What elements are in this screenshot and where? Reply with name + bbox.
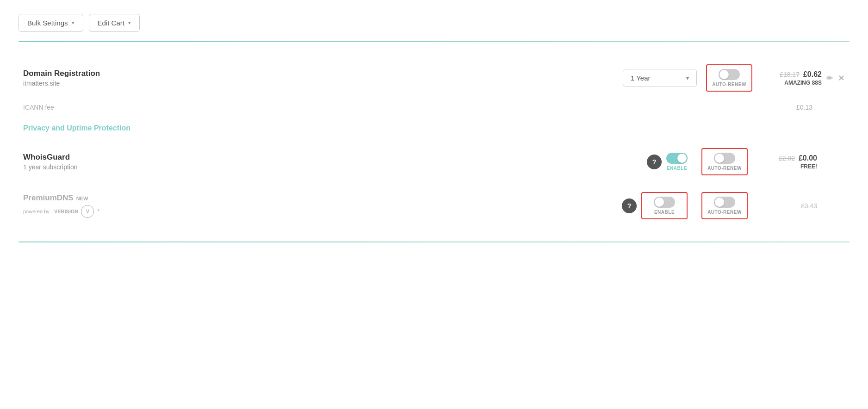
verisign-logo-icon: V xyxy=(81,205,94,218)
premiumdns-auto-renew-toggle[interactable]: AUTO-RENEW xyxy=(701,192,748,219)
premiumdns-auto-renew-switch[interactable] xyxy=(714,197,735,208)
year-select-value: 1 Year xyxy=(631,74,651,82)
whoisguard-enable-label: ENABLE xyxy=(667,166,687,171)
edit-icon[interactable]: ✏ xyxy=(826,73,833,83)
domain-auto-renew-switch[interactable] xyxy=(719,69,740,80)
whoisguard-help-icon[interactable]: ? xyxy=(647,155,662,169)
main-content: Domain Registration itmatters.site 1 Yea… xyxy=(19,56,849,228)
verisign-name: VERISIGN xyxy=(54,209,79,214)
premiumdns-auto-renew-label: AUTO-RENEW xyxy=(707,210,742,215)
premiumdns-price-area: £3.43 xyxy=(757,202,817,210)
whoisguard-row: WhoisGuard 1 year subscription ? ENABLE … xyxy=(23,140,845,184)
premiumdns-row: PremiumDNS NEW powered by VERISIGN V * ? xyxy=(23,184,845,228)
premiumdns-price-struck: £3.43 xyxy=(801,202,817,210)
domain-registration-subtitle: itmatters.site xyxy=(23,80,208,87)
premiumdns-info: PremiumDNS NEW powered by VERISIGN V * xyxy=(23,193,208,218)
premiumdns-enable-switch[interactable] xyxy=(654,197,675,208)
whoisguard-enable-toggle-group: ENABLE xyxy=(666,153,688,171)
premiumdns-enable-area: ? ENABLE xyxy=(622,192,688,219)
domain-price-badge: AMAZING 88S xyxy=(784,80,822,86)
premiumdns-title-row: PremiumDNS NEW xyxy=(23,193,208,203)
whoisguard-auto-renew-switch[interactable] xyxy=(714,153,735,164)
year-select-chevron-icon: ▾ xyxy=(686,75,689,81)
verisign-asterisk: * xyxy=(97,208,99,215)
whoisguard-auto-renew-label: AUTO-RENEW xyxy=(707,166,742,171)
edit-cart-button[interactable]: Edit Cart ▾ xyxy=(89,14,140,32)
domain-price-row: £18.17 £0.62 xyxy=(780,70,822,79)
domain-auto-renew-label: AUTO-RENEW xyxy=(712,82,746,87)
whoisguard-auto-renew-toggle[interactable]: AUTO-RENEW xyxy=(701,148,748,175)
edit-cart-chevron-icon: ▾ xyxy=(128,20,131,26)
bottom-divider xyxy=(19,242,849,242)
whoisguard-price-new: £0.00 xyxy=(799,154,817,162)
domain-registration-row: Domain Registration itmatters.site 1 Yea… xyxy=(23,56,845,100)
edit-cart-label: Edit Cart xyxy=(98,19,124,27)
premiumdns-enable-label: ENABLE xyxy=(654,210,675,215)
close-icon[interactable]: ✕ xyxy=(838,73,845,83)
premiumdns-help-icon[interactable]: ? xyxy=(622,198,637,213)
icann-label: ICANN fee xyxy=(23,104,208,111)
premiumdns-enable-toggle-group[interactable]: ENABLE xyxy=(641,192,688,219)
whoisguard-price-area: £2.02 £0.00 FREE! xyxy=(757,154,817,170)
bulk-settings-label: Bulk Settings xyxy=(27,19,68,27)
domain-auto-renew-toggle[interactable]: AUTO-RENEW xyxy=(706,64,752,92)
domain-price-new: £0.62 xyxy=(803,70,822,79)
premiumdns-new-badge: NEW xyxy=(76,196,88,201)
bulk-settings-chevron-icon: ▾ xyxy=(72,20,74,26)
whoisguard-price-row: £2.02 £0.00 xyxy=(779,154,817,162)
domain-registration-info: Domain Registration itmatters.site xyxy=(23,69,208,87)
privacy-section-heading: Privacy and Uptime Protection xyxy=(23,119,845,140)
whoisguard-enable-area: ? ENABLE xyxy=(647,153,688,171)
domain-registration-title: Domain Registration xyxy=(23,69,208,78)
verisign-row: powered by VERISIGN V * xyxy=(23,205,208,218)
icann-row: ICANN fee £0.13 xyxy=(23,100,845,119)
whoisguard-subtitle: 1 year subscription xyxy=(23,163,208,171)
whoisguard-price-badge: FREE! xyxy=(800,163,817,170)
year-select-dropdown[interactable]: 1 Year ▾ xyxy=(623,69,697,87)
top-divider xyxy=(19,41,849,42)
toolbar: Bulk Settings ▾ Edit Cart ▾ xyxy=(19,14,849,32)
verisign-prefix: powered by xyxy=(23,209,50,214)
whoisguard-price-old: £2.02 xyxy=(779,155,795,162)
whoisguard-title: WhoisGuard xyxy=(23,153,208,162)
whoisguard-info: WhoisGuard 1 year subscription xyxy=(23,153,208,171)
domain-price-old: £18.17 xyxy=(780,71,800,78)
bulk-settings-button[interactable]: Bulk Settings ▾ xyxy=(19,14,83,32)
domain-price-area: £18.17 £0.62 AMAZING 88S xyxy=(762,70,822,86)
premiumdns-title: PremiumDNS xyxy=(23,193,74,203)
whoisguard-enable-switch[interactable] xyxy=(666,153,688,164)
domain-action-icons: ✏ ✕ xyxy=(826,73,845,83)
icann-price: £0.13 xyxy=(785,104,845,111)
